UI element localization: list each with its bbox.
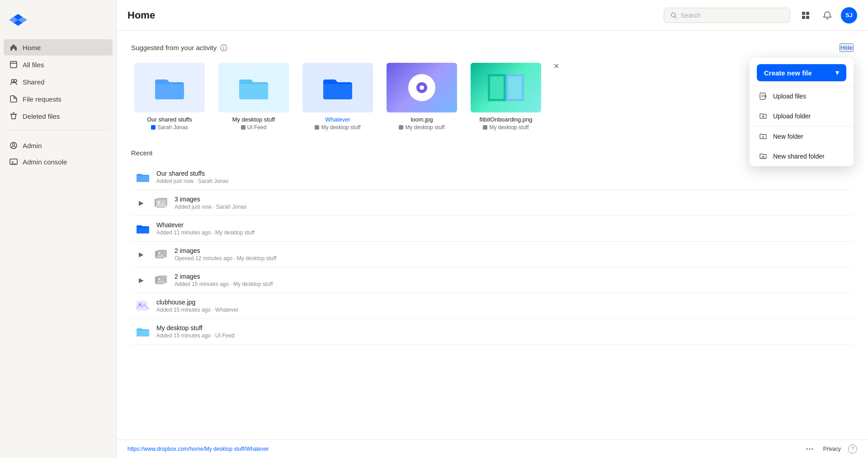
suggested-card-whatever[interactable]: Whatever My desktop stuff — [299, 59, 376, 134]
sidebar-item-admin-label: Admin — [23, 142, 42, 150]
shared-icon — [9, 77, 18, 86]
suggested-card-our-shared-stuffs[interactable]: Our shared stuffs Sarah Jonas — [131, 59, 208, 134]
suggested-card-whatever-name: Whatever — [325, 116, 350, 123]
suggested-card-fitbit[interactable]: fitbitOnboarding.png My desktop stuff — [467, 59, 544, 134]
sidebar-navigation: Home All files Shared File requests — [0, 39, 116, 124]
recent-icon-3-images — [153, 195, 169, 211]
upload-folder-label: Upload folder — [773, 112, 811, 120]
statusbar-url: https://www.dropbox.com/home/My desktop … — [127, 446, 269, 452]
recent-info-2-images-opened: 2 images Opened 12 minutes ago · My desk… — [175, 247, 850, 262]
recent-icon-clubhouse — [135, 298, 151, 314]
recent-item-2-images-added[interactable]: ▶ 2 images Added 15 minutes ago · My des… — [131, 267, 854, 293]
upload-files-label: Upload files — [773, 93, 806, 100]
image-group-icon — [154, 197, 168, 209]
recent-meta-whatever: Added 11 minutes ago · My desktop stuff — [156, 229, 850, 236]
suggested-card-my-desktop-stuff[interactable]: My desktop stuff UI Feed — [215, 59, 292, 134]
image-group-icon-2 — [154, 248, 168, 260]
upload-folder-icon — [759, 112, 768, 121]
svg-point-37 — [806, 449, 807, 450]
grid-view-button[interactable] — [797, 7, 814, 23]
main-content: Suggested from your activity Hide Our sh… — [117, 31, 868, 439]
search-bar[interactable] — [664, 8, 790, 23]
bell-icon — [823, 11, 832, 20]
folder-icon — [237, 74, 270, 101]
deleted-files-icon — [9, 112, 18, 121]
info-icon — [220, 44, 227, 51]
home-icon — [9, 43, 18, 52]
suggested-card-whatever-meta: My desktop stuff — [315, 124, 360, 131]
recent-name-my-desktop-stuff: My desktop stuff — [156, 324, 850, 332]
svg-point-13 — [420, 85, 424, 90]
expand-2-images-added-button[interactable]: ▶ — [135, 274, 147, 286]
recent-icon-2-images-opened — [153, 246, 169, 262]
suggested-card-our-shared-stuffs-name: Our shared stuffs — [147, 116, 192, 123]
recent-item-whatever[interactable]: Whatever Added 11 minutes ago · My deskt… — [131, 216, 854, 242]
expand-2-images-opened-button[interactable]: ▶ — [135, 248, 147, 261]
more-options-button[interactable] — [803, 443, 816, 455]
new-folder-icon-svg — [759, 132, 767, 140]
recent-name-3-images: 3 images — [175, 196, 850, 203]
sidebar-item-file-requests-label: File requests — [23, 95, 61, 103]
avatar[interactable]: SJ — [841, 7, 857, 23]
suggested-card-fitbit-name: fitbitOnboarding.png — [479, 116, 532, 123]
sidebar-logo[interactable] — [0, 7, 116, 39]
topbar: Home SJ — [117, 0, 868, 31]
recent-item-my-desktop-stuff[interactable]: My desktop stuff Added 15 minutes ago · … — [131, 319, 854, 345]
recent-icon-my-desktop-stuff — [135, 323, 151, 340]
sidebar-item-admin[interactable]: Admin — [4, 137, 113, 154]
recent-item-our-shared-stuffs[interactable]: Our shared stuffs Added just now · Sarah… — [131, 164, 854, 190]
create-new-file-button[interactable]: Create new file ▾ — [757, 64, 846, 81]
blue-folder-icon — [136, 223, 150, 234]
svg-point-1 — [11, 79, 14, 82]
fitbit-thumb-image — [488, 74, 524, 101]
sidebar-item-all-files[interactable]: All files — [4, 56, 113, 73]
folder-blue-icon — [321, 74, 354, 101]
new-folder-label: New folder — [773, 133, 803, 140]
recent-info-whatever: Whatever Added 11 minutes ago · My deskt… — [156, 221, 850, 236]
upload-folder-icon-svg — [759, 112, 767, 120]
new-shared-folder-icon — [759, 152, 768, 161]
sidebar-item-shared-label: Shared — [23, 78, 44, 86]
svg-rect-5 — [10, 159, 17, 164]
sidebar-item-admin-console[interactable]: Admin console — [4, 154, 113, 170]
shared-folder-icon — [136, 171, 150, 183]
recent-item-2-images-opened[interactable]: ▶ 2 images Opened 12 minutes ago · My de… — [131, 242, 854, 267]
recent-info-2-images-added: 2 images Added 15 minutes ago · My deskt… — [175, 273, 850, 287]
dropbox-logo-icon — [9, 11, 27, 29]
svg-point-29 — [158, 252, 160, 255]
sidebar-divider — [7, 130, 109, 130]
svg-point-38 — [809, 449, 810, 450]
dropdown-header: Create new file ▾ — [750, 58, 854, 86]
svg-point-39 — [811, 449, 813, 450]
new-folder-item[interactable]: New folder — [750, 126, 854, 146]
statusbar: https://www.dropbox.com/home/My desktop … — [117, 439, 868, 458]
upload-files-icon — [759, 92, 768, 101]
suggested-card-loom[interactable]: loom.jpg My desktop stuff — [383, 59, 460, 134]
sidebar-item-deleted-files[interactable]: Deleted files — [4, 108, 113, 124]
upload-files-item[interactable]: Upload files — [750, 86, 854, 106]
recent-info-3-images: 3 images Added just now · Sarah Jonas — [175, 196, 850, 210]
svg-point-26 — [157, 201, 160, 204]
sidebar-item-shared[interactable]: Shared — [4, 74, 113, 90]
image-group-icon-3 — [154, 274, 168, 286]
recent-meta-3-images: Added just now · Sarah Jonas — [175, 204, 850, 210]
search-icon — [670, 12, 677, 19]
recent-item-3-images[interactable]: ▶ 3 images Added just now · Sarah Jonas — [131, 190, 854, 216]
sidebar-item-home[interactable]: Home — [4, 39, 113, 56]
svg-rect-0 — [10, 61, 17, 68]
sidebar-item-file-requests[interactable]: File requests — [4, 91, 113, 107]
upload-folder-item[interactable]: Upload folder — [750, 106, 854, 126]
notifications-button[interactable] — [819, 7, 835, 23]
statusbar-privacy-link[interactable]: Privacy — [823, 446, 841, 452]
page-title: Home — [127, 9, 656, 21]
recent-item-clubhouse[interactable]: clubhouse.jpg Added 15 minutes ago · Wha… — [131, 293, 854, 319]
close-suggestion-button[interactable]: ✕ — [552, 60, 561, 72]
new-shared-folder-item[interactable]: New shared folder — [750, 146, 854, 166]
suggested-hide-button[interactable]: Hide — [840, 43, 854, 52]
recent-icon-2-images-added — [153, 272, 169, 288]
search-input[interactable] — [681, 12, 783, 19]
file-requests-icon — [9, 94, 18, 103]
expand-3-images-button[interactable]: ▶ — [135, 196, 147, 209]
svg-rect-10 — [806, 16, 809, 19]
statusbar-help-button[interactable]: ? — [848, 444, 857, 453]
